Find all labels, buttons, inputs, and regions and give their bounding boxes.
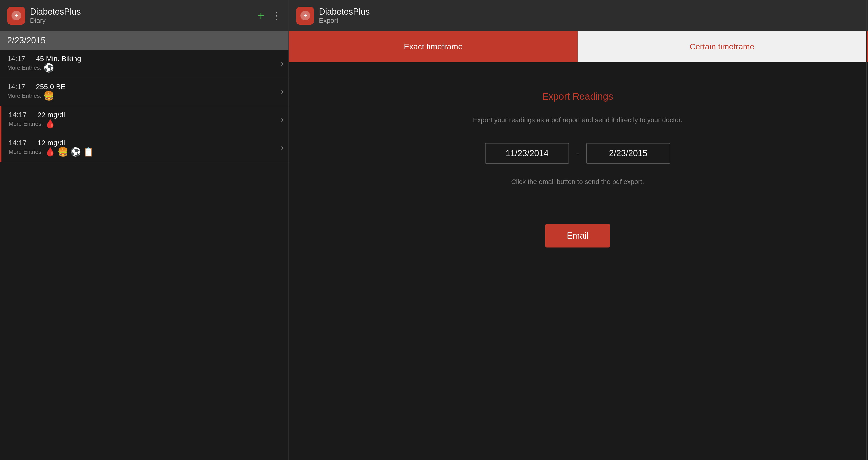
diary-entry-2-more: More Entries: 🍔	[7, 91, 281, 101]
diary-entry-1-desc: 45 Min. Biking	[36, 55, 281, 63]
diary-entry-2[interactable]: 14:17 255.0 BE More Entries: 🍔 ›	[0, 78, 288, 106]
diary-entry-4-time: 14:17	[9, 139, 33, 147]
export-app-name: DiabetesPlus	[319, 7, 859, 17]
diary-entry-4[interactable]: 14:17 12 mg/dl More Entries: 🩸 🍔 ⚽ 📋 ›	[0, 134, 288, 162]
addentry-action-bar: SAVE CANCEL	[867, 31, 868, 62]
diary-entry-1[interactable]: 14:17 45 Min. Biking More Entries: ⚽ ›	[0, 50, 288, 78]
export-header-text: DiabetesPlus Export	[319, 7, 859, 25]
add-entry-button[interactable]: +	[257, 9, 265, 23]
addentry-panel: + DiabetesPlus Add entry SAVE CANCEL 23 …	[867, 0, 868, 460]
diary-subtitle: Diary	[30, 17, 253, 25]
diary-entry-4-content: 14:17 12 mg/dl More Entries: 🩸 🍔 ⚽ 📋	[9, 139, 281, 157]
diary-header-text: DiabetesPlus Diary	[30, 7, 253, 25]
diary-entry-1-more: More Entries: ⚽	[7, 63, 281, 73]
diary-date: 2/23/2015	[0, 31, 288, 50]
diary-panel: + DiabetesPlus Diary + ⋮ 2/23/2015 14:17…	[0, 0, 289, 460]
diary-entry-3-icon-blood: 🩸	[45, 119, 56, 129]
diary-entry-1-icon-sport: ⚽	[43, 63, 54, 73]
diary-entry-1-content: 14:17 45 Min. Biking More Entries: ⚽	[7, 55, 281, 73]
diary-entry-1-time: 14:17	[7, 55, 31, 63]
tab-certain-timeframe[interactable]: Certain timeframe	[578, 31, 866, 62]
svg-text:+: +	[303, 12, 307, 19]
chevron-right-icon-2: ›	[281, 87, 284, 97]
export-main-content: Export Readings Export your readings as …	[289, 62, 866, 460]
email-button[interactable]: Email	[545, 224, 610, 248]
export-app-logo: +	[296, 7, 314, 25]
export-panel: + DiabetesPlus Export Exact timeframe Ce…	[289, 0, 867, 460]
chevron-right-icon-3: ›	[281, 115, 284, 125]
diary-entry-2-icon-meal: 🍔	[43, 91, 54, 101]
diary-entry-2-content: 14:17 255.0 BE More Entries: 🍔	[7, 83, 281, 101]
diary-entry-4-icon-sport: ⚽	[70, 147, 81, 157]
diary-app-logo: +	[7, 7, 25, 25]
diary-entry-4-desc: 12 mg/dl	[37, 139, 281, 147]
export-readings-title: Export Readings	[542, 91, 613, 102]
chevron-right-icon-4: ›	[281, 143, 284, 153]
diary-entry-4-more: More Entries: 🩸 🍔 ⚽ 📋	[9, 147, 281, 157]
export-date-to[interactable]: 2/23/2015	[586, 143, 670, 164]
export-hint-text: Click the email button to send the pdf e…	[511, 178, 644, 186]
diary-entry-4-icon-meal: 🍔	[58, 147, 68, 157]
save-button[interactable]: SAVE	[867, 31, 868, 62]
date-range-separator: -	[576, 148, 579, 158]
svg-text:+: +	[14, 12, 18, 19]
diary-entry-2-desc: 255.0 BE	[36, 83, 281, 91]
addentry-header: + DiabetesPlus Add entry	[867, 0, 868, 31]
export-date-from[interactable]: 11/23/2014	[485, 143, 569, 164]
diary-app-name: DiabetesPlus	[30, 7, 253, 17]
diary-entry-3-content: 14:17 22 mg/dl More Entries: 🩸	[9, 111, 281, 129]
diary-entry-2-time: 14:17	[7, 83, 31, 91]
diary-entry-3[interactable]: 14:17 22 mg/dl More Entries: 🩸 ›	[0, 106, 288, 134]
tab-exact-timeframe[interactable]: Exact timeframe	[289, 31, 578, 62]
diary-header: + DiabetesPlus Diary + ⋮	[0, 0, 288, 31]
export-subtitle: Export	[319, 17, 859, 25]
export-date-range: 11/23/2014 - 2/23/2015	[485, 143, 670, 164]
diary-entry-list: 14:17 45 Min. Biking More Entries: ⚽ › 1…	[0, 50, 288, 460]
diary-header-actions: + ⋮	[257, 9, 281, 23]
export-tab-bar: Exact timeframe Certain timeframe	[289, 31, 866, 62]
menu-button[interactable]: ⋮	[272, 10, 281, 21]
diary-entry-3-time: 14:17	[9, 111, 33, 119]
diary-entry-4-icon-note: 📋	[83, 147, 94, 157]
export-header: + DiabetesPlus Export	[289, 0, 866, 31]
diary-entry-3-desc: 22 mg/dl	[37, 111, 281, 119]
chevron-right-icon-1: ›	[281, 59, 284, 69]
export-description: Export your readings as a pdf report and…	[473, 116, 682, 124]
diary-entry-3-more: More Entries: 🩸	[9, 119, 281, 129]
diary-entry-4-icon-blood: 🩸	[45, 147, 56, 157]
